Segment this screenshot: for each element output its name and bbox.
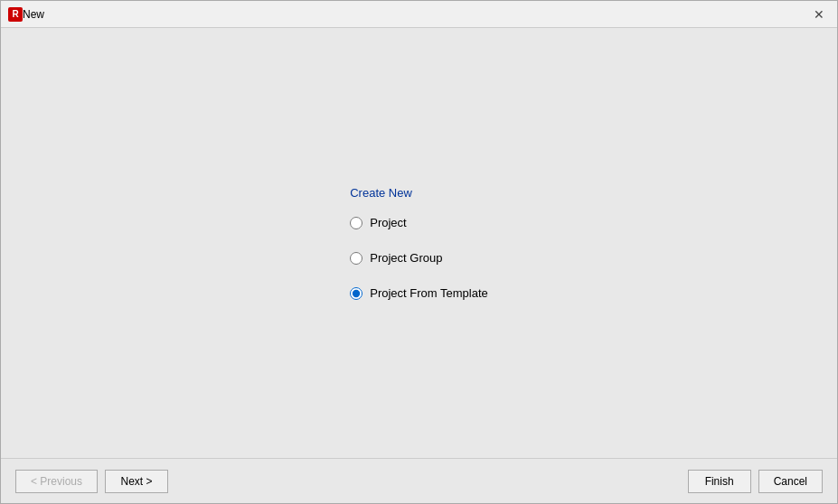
radio-item-project-from-template[interactable]: Project From Template [350,286,488,300]
cancel-button[interactable]: Cancel [758,470,823,493]
radio-project-from-template-label: Project From Template [370,286,488,300]
footer-left: < Previous Next > [15,470,688,493]
app-icon: R [8,7,23,22]
finish-button[interactable]: Finish [688,470,751,493]
title-bar: R New ✕ [1,1,837,28]
radio-project-group-label: Project Group [370,251,442,265]
window: R New ✕ Create New Project Project Group [0,0,838,504]
footer-bar: < Previous Next > Finish Cancel [1,458,837,503]
radio-project-label: Project [370,216,406,229]
next-button[interactable]: Next > [105,470,168,493]
radio-project-from-template[interactable] [350,287,363,300]
create-new-heading: Create New [350,186,412,200]
window-title: New [23,8,808,21]
radio-item-project-group[interactable]: Project Group [350,251,488,265]
radio-item-project[interactable]: Project [350,216,488,229]
radio-project-group[interactable] [350,252,363,265]
main-area: Create New Project Project Group [1,28,837,458]
form-panel: Create New Project Project Group [350,186,488,300]
radio-group: Project Project Group Project From Templ… [350,216,488,300]
close-button[interactable]: ✕ [808,4,830,25]
radio-project[interactable] [350,217,363,229]
previous-button[interactable]: < Previous [15,470,98,493]
window-content: Create New Project Project Group [1,28,837,503]
footer-right: Finish Cancel [688,470,823,493]
